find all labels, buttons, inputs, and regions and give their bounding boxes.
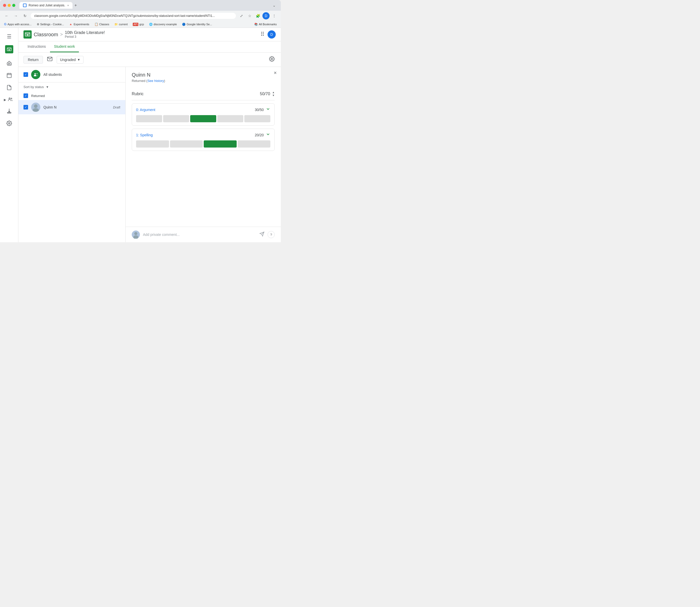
bookmark-all[interactable]: 📚 All Bookmarks (253, 22, 278, 26)
forward-button[interactable]: → (12, 12, 19, 19)
sidebar-menu-button[interactable]: ☰ (4, 31, 15, 42)
comment-area: ? (126, 227, 281, 242)
bookmark-gcp[interactable]: API gcp (132, 22, 145, 26)
sidebar-item-download[interactable] (4, 105, 15, 117)
all-students-row: ✓ All students (18, 67, 125, 82)
spelling-score-bar-2[interactable] (170, 140, 203, 148)
apps-grid-icon[interactable]: ⠿ (261, 31, 265, 38)
criterion-argument-score-value: 30/50 (255, 108, 264, 112)
bookmarks-bar: G Apps with access... ⚙ Settings - Cooki… (0, 21, 281, 28)
spelling-score-bar-3[interactable] (204, 140, 236, 148)
more-options-button[interactable]: ⋮ (271, 12, 278, 19)
bookmark-button[interactable]: ☆ (246, 12, 253, 19)
svg-rect-14 (26, 35, 28, 36)
bookmark-classes-label: Classes (99, 23, 109, 26)
settings-button[interactable] (268, 55, 276, 64)
spelling-score-bar-1[interactable] (136, 140, 169, 148)
student-name: Quinn N (43, 105, 110, 109)
score-bar-1[interactable] (136, 115, 162, 122)
bookmark-experiments-label: Experiments (74, 23, 89, 26)
returned-checkbox-check-icon: ✓ (24, 94, 27, 98)
maximize-window-button[interactable] (12, 4, 15, 7)
refresh-button[interactable]: ↻ (21, 12, 28, 19)
criterion-argument-header: 0: Argument 30/50 (136, 107, 270, 112)
bookmark-apps-icon: G (4, 22, 6, 26)
rubric-score-arrows[interactable]: ▲ ▼ (272, 91, 275, 97)
return-button[interactable]: Return (23, 56, 43, 64)
score-bar-4[interactable] (217, 115, 243, 122)
score-bar-3[interactable] (190, 115, 216, 122)
minimize-window-button[interactable] (8, 4, 11, 7)
all-students-label: All students (43, 72, 62, 77)
score-bar-5[interactable] (244, 115, 270, 122)
content-area: ✓ All students Sort by status ▼ (18, 67, 281, 242)
tab-instructions[interactable]: Instructions (23, 41, 50, 52)
sidebar-expand-button[interactable]: ▶ (4, 95, 14, 104)
bookmark-gcp-icon: API (133, 23, 138, 26)
section-header-returned: ✓ Returned (18, 91, 125, 100)
bookmark-google-identity-icon: 🔵 (182, 23, 186, 26)
extensions-button[interactable]: 🧩 (254, 12, 262, 19)
see-history-link[interactable]: See history (147, 79, 164, 83)
back-button[interactable]: ← (3, 12, 10, 19)
rubric-title: Rubric (132, 92, 143, 96)
profile-button[interactable]: D (263, 12, 270, 19)
student-row[interactable]: ✓ Quinn N Draft (18, 100, 125, 114)
rubric-score: 50/70 ▲ ▼ (260, 91, 275, 97)
sidebar-item-calendar[interactable] (4, 70, 15, 81)
new-tab-button[interactable]: + (73, 2, 79, 9)
tab-favicon (23, 4, 26, 7)
criterion-spelling-header: 1: Spelling 20/20 (136, 132, 270, 138)
help-icon: ? (270, 233, 272, 237)
close-panel-button[interactable]: × (274, 70, 277, 76)
score-bar-2[interactable] (163, 115, 189, 122)
criterion-argument-score: 30/50 (255, 107, 270, 112)
sidebar-item-people[interactable] (6, 95, 14, 103)
browser-more-button[interactable]: ⌄ (273, 3, 278, 7)
svg-rect-12 (25, 33, 30, 36)
criterion-argument-bars (136, 115, 270, 122)
help-button[interactable]: ? (268, 231, 275, 238)
tab-close-button[interactable]: × (67, 4, 69, 7)
bookmark-settings[interactable]: ⚙ Settings - Cookie... (36, 22, 65, 26)
active-tab[interactable]: Romeo and Juliet analysis. × (19, 2, 73, 9)
browser-chrome: Romeo and Juliet analysis. × + ⌄ ← → ↻ ⤢… (0, 0, 281, 242)
criterion-spelling-score-value: 20/20 (255, 133, 264, 137)
classroom-logo-text: Classroom (34, 32, 58, 38)
returned-section-checkbox[interactable]: ✓ (23, 93, 28, 98)
student-avatar (31, 103, 40, 112)
bookmark-google-identity[interactable]: 🔵 Google Identity Se... (181, 22, 213, 26)
sidebar-item-assignments[interactable] (4, 82, 15, 93)
bookmark-current[interactable]: 📁 current (114, 22, 129, 26)
student-detail-panel: × Quinn N Returned (See history) Rubric … (126, 67, 281, 242)
comment-input[interactable] (143, 233, 256, 237)
bookmark-current-label: current (119, 23, 128, 26)
bookmark-discovery[interactable]: 🌐 discovery example (148, 22, 178, 26)
student-checkbox[interactable]: ✓ (23, 105, 28, 109)
svg-rect-1 (7, 48, 11, 51)
svg-point-9 (11, 98, 12, 99)
grade-filter-select[interactable]: Ungraded ▼ (57, 56, 83, 64)
sort-dropdown-icon[interactable]: ▼ (46, 85, 49, 89)
breadcrumb-divider: > (60, 32, 63, 37)
sidebar-item-home[interactable] (4, 58, 15, 69)
address-bar[interactable] (30, 13, 236, 19)
email-button[interactable] (46, 55, 54, 64)
criterion-spelling-expand-button[interactable] (266, 132, 270, 138)
close-window-button[interactable] (3, 4, 6, 7)
app-container: ☰ ▶ (0, 28, 281, 242)
cast-button[interactable]: ⤢ (238, 12, 245, 19)
bookmark-classes[interactable]: 📋 Classes (94, 22, 110, 26)
criterion-argument-expand-button[interactable] (266, 107, 270, 112)
bookmark-apps[interactable]: G Apps with access... (3, 22, 33, 26)
tab-student-work[interactable]: Student work (50, 41, 79, 52)
user-avatar[interactable]: D (268, 30, 276, 39)
spelling-score-bar-4[interactable] (238, 140, 271, 148)
send-comment-button[interactable] (260, 231, 265, 238)
class-info[interactable]: 10th Grade Literature! Period 3 (65, 30, 105, 39)
all-students-checkbox[interactable]: ✓ (23, 72, 28, 77)
browser-titlebar: Romeo and Juliet analysis. × + ⌄ (0, 0, 281, 11)
sidebar-item-settings[interactable] (4, 118, 15, 129)
bookmark-all-label: All Bookmarks (259, 23, 277, 26)
bookmark-experiments[interactable]: 🔺 Experiments (68, 22, 90, 26)
